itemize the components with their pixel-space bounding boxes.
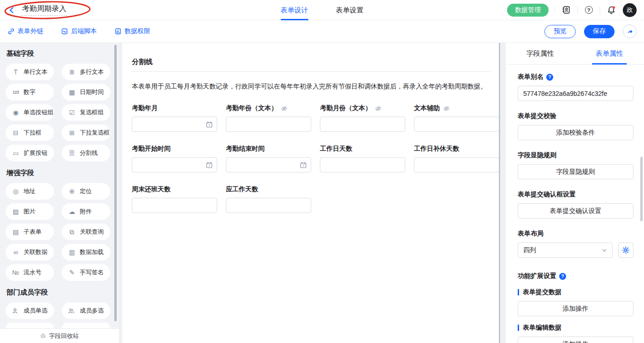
pill-checkbox-group[interactable]: ☑复选框组 <box>62 104 110 121</box>
submit-data-label: 表单提交数据 <box>518 288 635 297</box>
pill-address[interactable]: ◎地址 <box>6 183 54 200</box>
preview-button[interactable]: 预览 <box>544 25 576 38</box>
tab-field-properties[interactable]: 字段属性 <box>506 43 575 64</box>
form-layout-label: 表单布局 <box>518 229 635 238</box>
member-multi-icon <box>68 308 76 314</box>
form-description[interactable]: 本表单用于员工每月考勤天数记录，行政同学可以在每年年初录入完所有节假日和调休数据… <box>132 82 490 91</box>
form-alias-label: 表单别名 ? <box>518 72 635 82</box>
field-input[interactable]: 7 <box>132 117 217 132</box>
alias-help-icon[interactable]: ? <box>546 74 553 81</box>
tab-form-settings[interactable]: 表单设置 <box>336 0 364 20</box>
section-title-member-fields: 部门成员字段 <box>6 288 119 297</box>
serial-number-icon: № <box>12 269 20 276</box>
pill-member-single[interactable]: 成员单选 <box>6 302 54 319</box>
section-title-basic-fields: 基础字段 <box>6 49 119 58</box>
data-permission-link[interactable]: 数据权限 <box>114 27 150 35</box>
back-icon[interactable] <box>7 6 17 15</box>
signature-icon: ✎ <box>68 269 76 276</box>
bell-icon[interactable] <box>606 5 616 15</box>
form-external-link[interactable]: 表单外链 <box>7 27 43 35</box>
divider-field-title[interactable]: 分割线 <box>132 58 490 66</box>
pill-attachment[interactable]: ☁附件 <box>62 203 110 220</box>
extension-button-icon: ▭ <box>12 149 20 157</box>
extension-help-icon[interactable]: ? <box>559 273 566 280</box>
contacts-icon[interactable] <box>561 5 571 15</box>
field-input[interactable] <box>320 117 405 132</box>
submit-confirm-label: 表单提交确认框设置 <box>518 190 635 199</box>
canvas-field-attendance-end-time[interactable]: 考勤结束时间 7 <box>226 144 311 172</box>
backend-script-link[interactable]: 后端脚本 <box>61 27 97 35</box>
field-input[interactable] <box>414 117 499 132</box>
sidebar-scrollbar[interactable] <box>114 45 117 321</box>
edit-data-add-action-button[interactable]: 添加操作 <box>518 337 633 343</box>
pill-linked-data[interactable]: ∞关联数据 <box>6 244 54 260</box>
pill-member-multi[interactable]: 成员多选 <box>62 302 110 319</box>
canvas-field-attendance-month-text[interactable]: 考勤月份（文本） <box>320 104 405 132</box>
canvas-field-text-helper[interactable]: 文本辅助 <box>414 104 499 132</box>
pill-serial-number[interactable]: №流水号 <box>6 264 54 281</box>
canvas-field-workday-count[interactable]: 工作日天数 <box>320 144 405 172</box>
radio-group-icon: ◉ <box>12 109 20 116</box>
canvas-field-attendance-month[interactable]: 考勤年月 7 <box>132 104 217 132</box>
hidden-eye-icon <box>375 105 382 112</box>
pill-linked-query[interactable]: ⧉关联查询 <box>62 224 110 240</box>
pill-radio-group[interactable]: ◉单选按钮组 <box>6 104 54 121</box>
permission-icon <box>114 28 122 35</box>
field-visibility-button[interactable]: 字段显隐规则 <box>518 164 633 179</box>
tab-form-design[interactable]: 表单设计 <box>281 0 308 20</box>
multi-line-text-icon: ≣ <box>68 68 76 76</box>
add-validation-button[interactable]: 添加校验条件 <box>518 125 633 140</box>
pill-select[interactable]: ⊟下拉框 <box>6 124 54 141</box>
field-input[interactable] <box>132 198 217 213</box>
header-tabs: 表单设计 表单设置 <box>281 0 364 20</box>
field-input[interactable] <box>320 157 405 172</box>
pill-location[interactable]: ⊕定位 <box>62 183 110 200</box>
pill-image[interactable]: ▨图片 <box>6 203 54 220</box>
tab-form-properties[interactable]: 表单属性 <box>575 43 644 64</box>
pill-multi-select[interactable]: ⊞下拉复选框 <box>62 124 110 141</box>
canvas-field-weekend-makeup[interactable]: 周末还班天数 <box>132 185 217 213</box>
recycle-icon: ♲ <box>40 332 46 340</box>
pill-signature[interactable]: ✎手写签名 <box>62 264 110 281</box>
pill-data-load[interactable]: ▥数据加载 <box>62 244 110 260</box>
field-input[interactable] <box>226 198 311 213</box>
help-icon[interactable]: ? <box>584 5 594 15</box>
pill-subform[interactable]: ▤子表单 <box>6 224 54 240</box>
canvas-field-attendance-year-text[interactable]: 考勤年份（文本） <box>226 104 311 132</box>
field-input[interactable] <box>414 157 499 172</box>
calendar-icon: 7 <box>300 161 307 169</box>
pill-divider[interactable]: ☰分割线 <box>62 145 110 161</box>
pill-datetime[interactable]: ▦日期时间 <box>62 84 110 101</box>
script-icon <box>61 28 68 35</box>
field-input[interactable]: 7 <box>226 157 311 172</box>
canvas-field-expected-workdays[interactable]: 应工作天数 <box>226 185 311 213</box>
form-canvas: 分割线 本表单用于员工每月考勤天数记录，行政同学可以在每年年初录入完所有节假日和… <box>122 43 500 343</box>
form-layout-select[interactable]: 四列 <box>518 242 613 258</box>
save-button[interactable]: 保存 <box>584 25 614 38</box>
canvas-scrollbar[interactable] <box>499 43 500 343</box>
svg-text:7: 7 <box>208 164 210 167</box>
pill-extension-button[interactable]: ▭扩展按钮 <box>6 145 54 161</box>
share-button[interactable] <box>623 24 637 38</box>
submit-data-add-action-button[interactable]: 添加操作 <box>518 301 633 316</box>
partial-pill[interactable] <box>62 323 110 328</box>
pill-multi-line-text[interactable]: ≣多行文本 <box>62 64 110 80</box>
layout-settings-button[interactable] <box>618 242 633 258</box>
svg-text:7: 7 <box>302 164 304 167</box>
panel-scrollbar[interactable] <box>640 157 643 221</box>
section-title-enhanced-fields: 增强字段 <box>6 169 119 177</box>
canvas-field-attendance-start-time[interactable]: 考勤开始时间 7 <box>132 144 217 172</box>
field-input[interactable]: 7 <box>132 157 217 172</box>
field-input[interactable] <box>226 117 311 132</box>
canvas-field-workday-comp-rest[interactable]: 工作日补休天数 <box>414 144 499 172</box>
submit-confirm-button[interactable]: 表单提交确认设置 <box>518 203 633 219</box>
form-title[interactable]: 考勤周期录入 <box>21 4 67 16</box>
properties-panel: 字段属性 表单属性 表单别名 ? 表单提交校验 添加校验条件 字段显隐规则 字段… <box>506 43 644 343</box>
avatar[interactable]: 政 <box>623 3 637 17</box>
data-manage-button[interactable]: 数据管理 <box>507 4 549 17</box>
partial-pill[interactable] <box>6 323 54 328</box>
field-recycle-bin[interactable]: ♲ 字段回收站 <box>0 328 119 343</box>
pill-single-line-text[interactable]: T单行文本 <box>6 64 54 80</box>
pill-number[interactable]: 123数字 <box>6 84 54 101</box>
form-alias-input[interactable] <box>518 86 633 101</box>
